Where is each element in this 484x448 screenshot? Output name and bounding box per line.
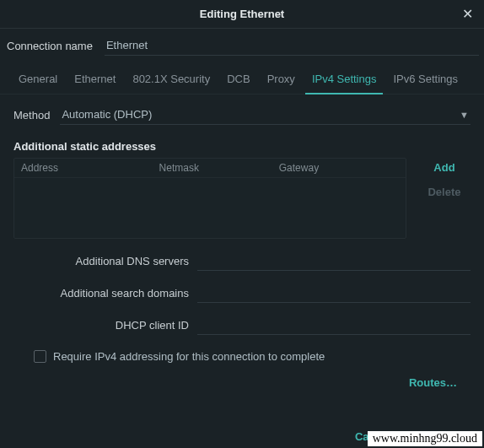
tab-ethernet[interactable]: Ethernet [67, 66, 122, 94]
col-gateway: Gateway [279, 162, 399, 174]
require-ipv4-checkbox[interactable] [34, 350, 46, 363]
watermark: www.minhng99.cloud [368, 431, 482, 446]
addresses-header: Address Netmask Gateway [14, 159, 406, 178]
require-ipv4-label[interactable]: Require IPv4 addressing for this connect… [53, 350, 325, 363]
tab-dcb[interactable]: DCB [220, 66, 256, 94]
chevron-down-icon: ▼ [460, 110, 469, 120]
search-domains-input[interactable] [197, 283, 471, 303]
require-ipv4-row: Require IPv4 addressing for this connect… [34, 350, 471, 363]
add-button[interactable]: Add [433, 161, 454, 174]
tab-content: Method Automatic (DHCP) ▼ Additional sta… [0, 94, 484, 389]
method-combobox[interactable]: Automatic (DHCP) ▼ [60, 105, 471, 125]
dns-label: Additional DNS servers [13, 255, 189, 267]
col-address: Address [21, 162, 159, 174]
connection-name-label: Connection name [5, 40, 93, 52]
dhcp-client-id-label: DHCP client ID [13, 319, 189, 332]
tab-ipv4[interactable]: IPv4 Settings [305, 66, 384, 94]
tab-ipv6[interactable]: IPv6 Settings [386, 66, 465, 94]
dns-input[interactable] [197, 251, 471, 271]
tab-general[interactable]: General [12, 66, 64, 94]
addresses-table[interactable]: Address Netmask Gateway [13, 158, 406, 239]
search-domains-label: Additional search domains [13, 287, 189, 300]
tab-security[interactable]: 802.1X Security [126, 66, 217, 94]
dialog-title: Editing Ethernet [200, 8, 284, 20]
addresses-buttons: Add Delete [418, 158, 471, 239]
method-value: Automatic (DHCP) [62, 108, 152, 121]
connection-name-row: Connection name [0, 29, 484, 66]
tab-proxy[interactable]: Proxy [261, 66, 302, 94]
addresses-title: Additional static addresses [13, 140, 471, 153]
addresses-area: Address Netmask Gateway Add Delete [13, 158, 471, 239]
method-row: Method Automatic (DHCP) ▼ [13, 105, 471, 125]
method-label: Method [13, 109, 50, 121]
col-netmask: Netmask [159, 162, 279, 174]
routes-button[interactable]: Routes… [409, 376, 457, 389]
close-icon[interactable]: ✕ [459, 5, 476, 22]
tabs: General Ethernet 802.1X Security DCB Pro… [0, 66, 484, 94]
dhcp-client-id-input[interactable] [197, 315, 471, 335]
titlebar: Editing Ethernet ✕ [0, 0, 484, 29]
connection-name-input[interactable] [105, 35, 479, 56]
delete-button: Delete [428, 186, 460, 198]
